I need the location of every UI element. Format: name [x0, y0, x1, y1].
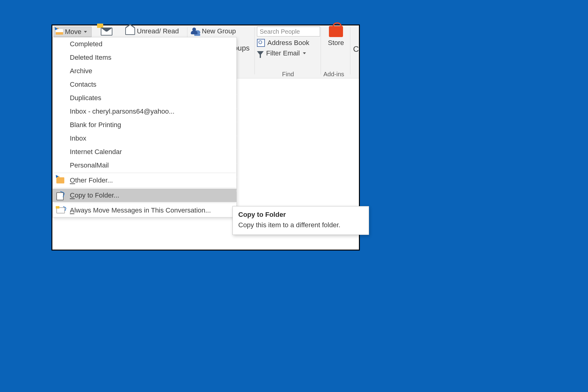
dropdown-caret-icon — [84, 31, 87, 33]
menu-item-copy-to-folder[interactable]: Copy to Folder... — [53, 189, 236, 202]
open-envelope-icon — [125, 28, 135, 35]
menu-item-always-move[interactable]: Always Move Messages in This Conversatio… — [53, 204, 236, 217]
ribbon-divider — [350, 27, 350, 74]
envelope-move-icon — [56, 207, 65, 213]
menu-item-blank[interactable]: Blank for Printing — [53, 118, 236, 132]
unread-read-label: Unread/ Read — [137, 27, 179, 35]
rules-icon — [97, 24, 103, 28]
new-group-label: New Group — [202, 27, 236, 35]
find-group: Search People Address Book Filter Email — [257, 27, 319, 57]
store-button[interactable]: Store — [324, 26, 348, 47]
menu-item-archive[interactable]: Archive — [53, 64, 236, 78]
menu-item-personalmail[interactable]: PersonalMail — [53, 159, 236, 172]
filter-email-label: Filter Email — [266, 49, 300, 57]
funnel-icon — [257, 51, 264, 55]
ribbon-divider — [321, 27, 321, 74]
ribbon-divider — [254, 27, 255, 74]
store-label: Store — [324, 39, 348, 47]
address-book-button[interactable]: Address Book — [257, 39, 319, 47]
store-bag-icon — [329, 26, 343, 37]
envelope-icon — [101, 28, 112, 36]
menu-item-inbox[interactable]: Inbox — [53, 132, 236, 145]
menu-item-calendar[interactable]: Internet Calendar — [53, 145, 236, 159]
menu-separator — [53, 203, 236, 203]
menu-item-inbox-ext[interactable]: Inbox - cheryl.parsons64@yahoo... — [53, 105, 236, 118]
addins-group-label: Add-ins — [323, 71, 344, 78]
menu-item-completed[interactable]: Completed — [53, 37, 236, 51]
cut-off-letter: C — [353, 44, 359, 54]
copy-icon — [56, 192, 64, 200]
move-dropdown: Completed Deleted Items Archive Contacts… — [52, 37, 237, 217]
tooltip-copy-to-folder: Copy to Folder Copy this item to a diffe… — [232, 206, 369, 235]
tooltip-body: Copy this item to a different folder. — [238, 221, 363, 229]
rules-button[interactable] — [101, 26, 115, 37]
folder-move-icon — [56, 29, 63, 35]
unread-read-button[interactable]: Unread/ Read — [125, 27, 179, 35]
find-group-label: Find — [282, 71, 294, 78]
menu-item-contacts[interactable]: Contacts — [53, 78, 236, 91]
menu-item-deleted[interactable]: Deleted Items — [53, 51, 236, 64]
address-book-icon — [257, 39, 265, 47]
menu-item-duplicates[interactable]: Duplicates — [53, 91, 236, 105]
menu-item-other-folder[interactable]: Other Folder... — [53, 174, 236, 187]
outlook-window: Move Unread/ Read New Group oups Search … — [51, 24, 360, 251]
filter-email-button[interactable]: Filter Email — [257, 49, 319, 57]
search-placeholder: Search People — [260, 28, 300, 35]
search-people-input[interactable]: Search People — [257, 27, 320, 36]
move-button[interactable]: Move — [54, 27, 92, 37]
address-book-label: Address Book — [267, 39, 309, 47]
people-icon — [191, 28, 200, 35]
menu-separator — [53, 188, 236, 188]
dropdown-caret-icon — [303, 52, 306, 54]
folder-icon — [56, 177, 64, 183]
move-label: Move — [65, 28, 81, 36]
menu-separator — [53, 173, 236, 173]
tooltip-title: Copy to Folder — [238, 211, 363, 219]
list-divider-hints — [236, 81, 239, 218]
new-group-button[interactable]: New Group — [191, 27, 236, 35]
